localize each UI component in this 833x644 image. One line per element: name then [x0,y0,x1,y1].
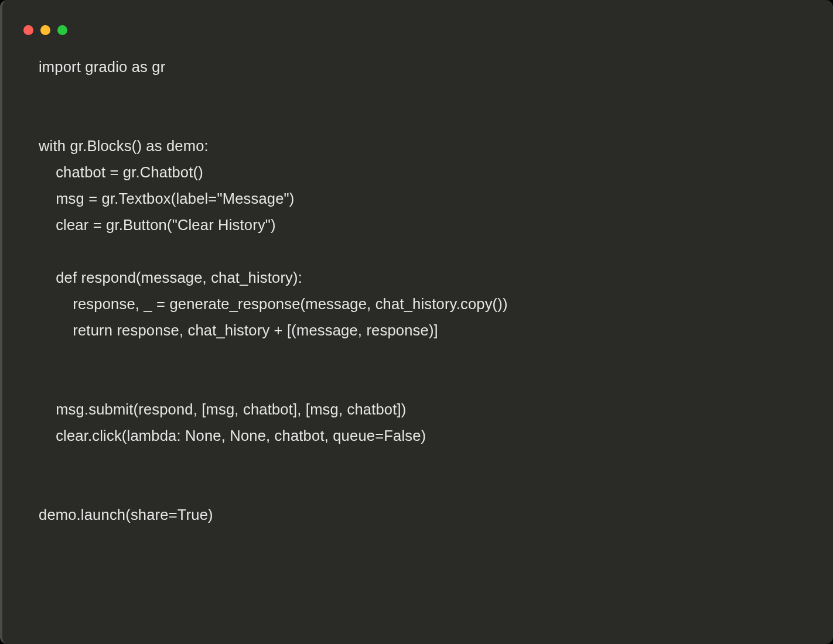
close-button[interactable] [23,25,33,35]
code-editor-window: import gradio as gr with gr.Blocks() as … [0,0,833,644]
code-content[interactable]: import gradio as gr with gr.Blocks() as … [2,41,833,528]
minimize-button[interactable] [40,25,50,35]
maximize-button[interactable] [57,25,67,35]
titlebar [2,0,833,41]
